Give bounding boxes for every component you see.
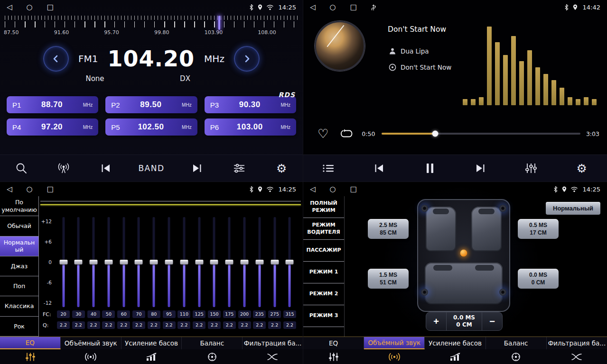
mode-passenger[interactable]: ПАССАЖИР: [303, 240, 344, 262]
q-value[interactable]: 2.2: [132, 321, 145, 329]
fc-value[interactable]: 30: [72, 310, 85, 318]
home-icon[interactable]: ○: [330, 186, 336, 193]
mode-3[interactable]: РЕЖИМ 3: [303, 305, 344, 327]
preset-button-p1[interactable]: P188.70MHz: [7, 96, 98, 113]
eq-preset-classic[interactable]: Классика: [0, 296, 38, 316]
q-value[interactable]: 2.2: [163, 321, 176, 329]
surround-sound-icon[interactable]: [61, 353, 121, 361]
mode-full[interactable]: ПОЛНЫЙ РЕЖИМ: [303, 196, 344, 218]
tab-balance[interactable]: Баланс: [182, 337, 243, 349]
fc-value[interactable]: 235: [253, 310, 266, 318]
q-value[interactable]: 2.2: [57, 321, 70, 329]
balance-icon[interactable]: [182, 352, 243, 362]
progress-bar[interactable]: [382, 133, 580, 135]
eq-band-slider[interactable]: [163, 217, 176, 307]
q-value[interactable]: 2.2: [193, 321, 205, 329]
band-button[interactable]: BAND: [138, 164, 164, 173]
frequency-scale[interactable]: 87.5091.6095.7099.80103.90108.00: [3, 16, 300, 40]
eq-icon[interactable]: [303, 352, 364, 362]
bass-boost-icon[interactable]: [121, 353, 182, 361]
eq-preset-pop[interactable]: Поп: [0, 276, 38, 296]
eq-band-slider[interactable]: [253, 217, 266, 307]
recents-icon[interactable]: □: [350, 186, 357, 193]
fc-value[interactable]: 70: [132, 310, 145, 318]
preset-button-p2[interactable]: P289.50MHz: [105, 96, 197, 113]
fc-value[interactable]: 110: [177, 310, 190, 318]
q-value[interactable]: 2.2: [102, 321, 115, 329]
eq-band-slider[interactable]: [148, 217, 160, 307]
home-icon[interactable]: ○: [330, 4, 336, 11]
home-icon[interactable]: ○: [27, 186, 33, 193]
bass-boost-icon[interactable]: [425, 353, 486, 361]
prev-station-icon[interactable]: [96, 163, 116, 173]
eq-band-slider[interactable]: [208, 217, 221, 307]
recents-icon[interactable]: □: [47, 186, 54, 193]
q-value[interactable]: 2.2: [253, 321, 266, 329]
next-track-icon[interactable]: [470, 163, 490, 173]
delay-front-left-button[interactable]: 2.5 MS 85 CM: [368, 219, 409, 239]
fc-value[interactable]: 150: [208, 310, 221, 318]
tab-eq[interactable]: EQ: [0, 337, 61, 349]
delay-front-right-button[interactable]: 0.5 MS 17 CM: [518, 219, 559, 239]
preset-button-p3[interactable]: P390.30MHz: [205, 96, 296, 113]
tune-up-button[interactable]: [234, 46, 260, 72]
fc-value[interactable]: 50: [102, 310, 115, 318]
fc-value[interactable]: 175: [223, 310, 236, 318]
eq-preset-custom[interactable]: Обычай: [0, 216, 38, 236]
recents-icon[interactable]: □: [47, 4, 54, 11]
preset-button-p4[interactable]: P497.20MHz: [7, 118, 98, 136]
tab-eq[interactable]: EQ: [303, 337, 364, 349]
q-value[interactable]: 2.2: [268, 321, 281, 329]
eq-preset-default[interactable]: По умолчанию: [0, 196, 38, 216]
fc-value[interactable]: 60: [117, 310, 130, 318]
audio-settings-icon[interactable]: [229, 163, 249, 173]
eq-icon[interactable]: [0, 352, 61, 362]
eq-band-slider[interactable]: [283, 217, 296, 307]
tab-surround[interactable]: Объёмный звук: [364, 337, 425, 349]
q-value[interactable]: 2.2: [177, 321, 190, 329]
surround-sound-icon[interactable]: [364, 353, 425, 361]
eq-band-slider[interactable]: [72, 217, 85, 307]
scan-search-icon[interactable]: [11, 162, 31, 174]
q-value[interactable]: 2.2: [283, 321, 296, 329]
q-value[interactable]: 2.2: [72, 321, 85, 329]
balance-icon[interactable]: [486, 352, 546, 362]
eq-band-slider[interactable]: [238, 217, 251, 307]
back-icon[interactable]: ◁: [7, 4, 12, 11]
progress-knob[interactable]: [432, 131, 439, 137]
tab-filter[interactable]: Фильтрация ба...: [547, 337, 607, 349]
tab-bass-boost[interactable]: Усиление басов: [121, 337, 182, 349]
prev-track-icon[interactable]: [369, 163, 389, 173]
mode-2[interactable]: РЕЖИМ 2: [303, 283, 344, 305]
q-value[interactable]: 2.2: [238, 321, 251, 329]
fc-value[interactable]: 275: [268, 310, 281, 318]
fc-value[interactable]: 125: [193, 310, 205, 318]
tab-bass-boost[interactable]: Усиление басов: [425, 337, 486, 349]
preset-button-p6[interactable]: P6103.00MHz: [205, 118, 296, 136]
broadcast-icon[interactable]: [54, 163, 74, 174]
q-value[interactable]: 2.2: [223, 321, 236, 329]
fc-value[interactable]: 20: [57, 310, 70, 318]
eq-preset-rock[interactable]: Рок: [0, 317, 38, 337]
back-icon[interactable]: ◁: [7, 186, 12, 193]
q-value[interactable]: 2.2: [87, 321, 100, 329]
eq-band-slider[interactable]: [177, 217, 190, 307]
eq-band-slider[interactable]: [57, 217, 70, 307]
crossover-filter-icon[interactable]: [546, 353, 607, 361]
mixer-icon[interactable]: [521, 163, 541, 174]
repeat-button[interactable]: [340, 129, 353, 138]
fc-value[interactable]: 80: [148, 310, 160, 318]
eq-band-slider[interactable]: [87, 217, 100, 307]
surround-preset-button[interactable]: Нормальный: [546, 202, 600, 215]
delay-increase-button[interactable]: +: [426, 312, 446, 330]
fc-value[interactable]: 40: [87, 310, 100, 318]
fc-value[interactable]: 200: [238, 310, 251, 318]
favorite-button[interactable]: ♡: [318, 127, 328, 140]
eq-preset-normal[interactable]: Нормальный: [0, 237, 38, 256]
fc-value[interactable]: 95: [163, 310, 176, 318]
eq-preset-jazz[interactable]: Джаз: [0, 256, 38, 276]
tab-filter[interactable]: Фильтрация ба...: [243, 337, 303, 349]
eq-band-slider[interactable]: [223, 217, 236, 307]
eq-band-slider[interactable]: [117, 217, 130, 307]
q-value[interactable]: 2.2: [117, 321, 130, 329]
